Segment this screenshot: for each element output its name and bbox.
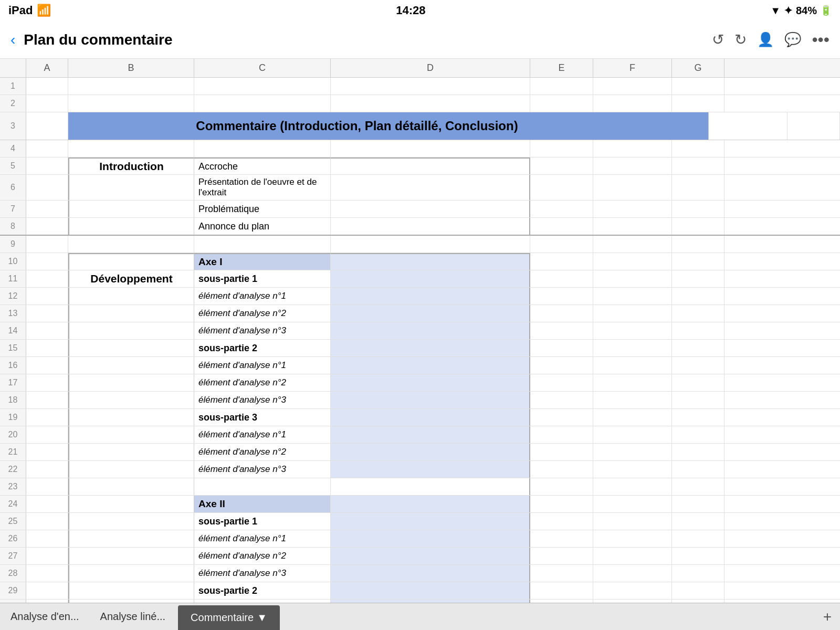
cell-6e[interactable]: [530, 175, 593, 200]
grid-container[interactable]: 1 2 3 Commentaire (Introduction, Plan dé…: [0, 78, 840, 603]
cell-1f[interactable]: [593, 78, 672, 94]
row-num: 20: [0, 426, 26, 443]
row-num: 7: [0, 201, 26, 217]
cell-2d[interactable]: [331, 95, 530, 112]
main-title-cell[interactable]: Commentaire (Introduction, Plan détaillé…: [68, 112, 646, 140]
element-1-3-2[interactable]: élément d'analyse n°2: [194, 444, 331, 460]
cell-4g[interactable]: [672, 140, 724, 157]
row-num: 27: [0, 548, 26, 564]
tab-analyse-lin[interactable]: Analyse liné...: [90, 603, 176, 630]
sous-partie-1-2[interactable]: sous-partie 2: [194, 340, 331, 356]
cell-7g[interactable]: [672, 201, 724, 217]
cell-4a[interactable]: [26, 140, 68, 157]
cell-4b[interactable]: [68, 140, 194, 157]
tab-commentaire[interactable]: Commentaire ▼: [178, 605, 280, 630]
element-1-2-3[interactable]: élément d'analyse n°3: [194, 392, 331, 408]
table-row: 12 élément d'analyse n°1: [0, 288, 840, 305]
cell-7d[interactable]: [331, 201, 530, 217]
cell-5e[interactable]: [530, 158, 593, 174]
table-row: 16 élément d'analyse n°1: [0, 357, 840, 374]
table-row: 9: [0, 236, 840, 253]
element-1-2-2[interactable]: élément d'analyse n°2: [194, 374, 331, 391]
undo-button[interactable]: ↺: [712, 31, 724, 48]
sous-partie-2-1[interactable]: sous-partie 1: [194, 513, 331, 530]
cell-8f[interactable]: [593, 218, 672, 235]
cell-3g[interactable]: [788, 112, 840, 140]
table-row: 13 élément d'analyse n°2: [0, 305, 840, 322]
cell-8d[interactable]: [331, 218, 530, 235]
cell-2g[interactable]: [672, 95, 724, 112]
cell-2c[interactable]: [194, 95, 331, 112]
cell-3a[interactable]: [26, 112, 68, 140]
axe2-label[interactable]: Axe II: [194, 496, 331, 512]
col-header-d: D: [331, 59, 530, 77]
share-person-button[interactable]: 👤: [757, 32, 774, 48]
table-row: 1: [0, 78, 840, 95]
tab-dropdown-icon[interactable]: ▼: [257, 612, 267, 624]
cell-5c[interactable]: Accroche: [194, 158, 331, 174]
cell-1b[interactable]: [68, 78, 194, 94]
cell-4c[interactable]: [194, 140, 331, 157]
cell-1e[interactable]: [530, 78, 593, 94]
tab-add-button[interactable]: +: [815, 603, 840, 630]
sous-partie-1-1[interactable]: sous-partie 1: [194, 270, 331, 287]
element-1-1-2[interactable]: élément d'analyse n°2: [194, 305, 331, 322]
cell-7f[interactable]: [593, 201, 672, 217]
element-1-3-1[interactable]: élément d'analyse n°1: [194, 426, 331, 443]
cell-6d[interactable]: [331, 175, 530, 200]
cell-1c[interactable]: [194, 78, 331, 94]
element-1-1-3[interactable]: élément d'analyse n°3: [194, 322, 331, 339]
cell-6c[interactable]: Présentation de l'oeuvre et de l'extrait: [194, 175, 331, 200]
cell-8e[interactable]: [530, 218, 593, 235]
cell-4d[interactable]: [331, 140, 530, 157]
row-num: 6: [0, 175, 26, 200]
cell-6a[interactable]: [26, 175, 68, 200]
cell-2a[interactable]: [26, 95, 68, 112]
cell-1d[interactable]: [331, 78, 530, 94]
cell-6g[interactable]: [672, 175, 724, 200]
cell-2f[interactable]: [593, 95, 672, 112]
cell-8g[interactable]: [672, 218, 724, 235]
cell-5g[interactable]: [672, 158, 724, 174]
element-1-2-1[interactable]: élément d'analyse n°1: [194, 357, 331, 374]
back-button[interactable]: ‹: [10, 32, 15, 48]
table-row: 14 élément d'analyse n°3: [0, 322, 840, 340]
redo-button[interactable]: ↻: [734, 31, 747, 48]
col-header-e: E: [530, 59, 593, 77]
sous-partie-2-2[interactable]: sous-partie 2: [194, 582, 331, 599]
cell-2b[interactable]: [68, 95, 194, 112]
tab-analyse-en[interactable]: Analyse d'en...: [0, 603, 90, 630]
more-button[interactable]: •••: [812, 30, 830, 49]
cell-5d[interactable]: [331, 158, 530, 174]
element-1-1-1[interactable]: élément d'analyse n°1: [194, 288, 331, 304]
element-1-3-3[interactable]: élément d'analyse n°3: [194, 461, 331, 478]
cell-4e[interactable]: [530, 140, 593, 157]
intro-spacer-7: [68, 201, 194, 217]
table-row: 23: [0, 478, 840, 496]
cell-4f[interactable]: [593, 140, 672, 157]
tab-analyse-lin-label: Analyse liné...: [100, 611, 166, 623]
toolbar-actions: ↺ ↻ 👤 💬 •••: [712, 30, 830, 49]
cell-1a[interactable]: [26, 78, 68, 94]
cell-7c[interactable]: Problématique: [194, 201, 331, 217]
cell-3f[interactable]: [709, 112, 788, 140]
cell-2e[interactable]: [530, 95, 593, 112]
bluetooth-icon: ✦: [784, 4, 793, 17]
status-left: iPad 📶: [8, 4, 51, 17]
row-num: 14: [0, 322, 26, 339]
cell-8c[interactable]: Annonce du plan: [194, 218, 331, 235]
cell-5a[interactable]: [26, 158, 68, 174]
cell-6f[interactable]: [593, 175, 672, 200]
intro-row-6: 6 Présentation de l'oeuvre et de l'extra…: [0, 175, 840, 201]
cell-7e[interactable]: [530, 201, 593, 217]
sous-partie-1-3[interactable]: sous-partie 3: [194, 409, 331, 426]
cell-3e[interactable]: [646, 112, 709, 140]
axe1-label[interactable]: Axe I: [194, 253, 331, 270]
cell-5f[interactable]: [593, 158, 672, 174]
cell-1g[interactable]: [672, 78, 724, 94]
table-row: 3 Commentaire (Introduction, Plan détail…: [0, 112, 840, 140]
comment-button[interactable]: 💬: [784, 32, 801, 48]
cell-8a[interactable]: [26, 218, 68, 235]
cell-7a[interactable]: [26, 201, 68, 217]
document-title: Plan du commentaire: [24, 32, 712, 48]
